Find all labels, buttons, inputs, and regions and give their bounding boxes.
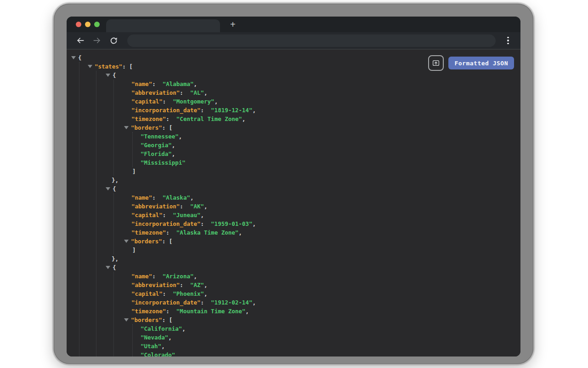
json-string: "Mountain Time Zone" [176,308,246,315]
browser-menu-button[interactable] [504,35,512,46]
minimize-window-button[interactable] [85,22,90,27]
json-line: "borders": [ [114,316,520,324]
json-string: "Arizona" [163,273,194,280]
json-punctuation: : [180,203,190,210]
browser-toolbar [67,32,520,49]
json-key: "borders" [131,316,162,323]
json-line: "Colorado" [133,351,520,356]
json-string: "1819-12-14" [211,107,252,114]
device-frame: + [54,4,533,364]
json-punctuation: , [238,229,242,236]
json-punctuation: , [168,334,172,341]
zoom-window-button[interactable] [94,22,100,27]
json-key: "timezone" [131,308,166,315]
json-string: "AL" [190,89,204,96]
back-arrow-icon [76,36,85,45]
json-key: "abbreviation" [131,89,180,96]
json-punctuation: , [190,194,194,201]
json-line: "California", [133,324,520,333]
json-line: "Tennessee", [133,132,520,141]
open-in-app-button[interactable] [428,55,444,71]
json-punctuation: , [193,80,197,87]
json-punctuation: , [215,98,218,105]
json-punctuation: { [113,264,116,271]
json-key: "incorporation_date" [131,107,201,114]
json-block: "California","Nevada","Utah","Colorado" [132,324,520,356]
back-button[interactable] [75,35,86,46]
json-line: "timezone": "Alaska Time Zone", [114,228,520,237]
json-string: "Central Time Zone" [176,115,242,122]
json-string: "AK" [190,203,204,210]
json-string: "Georgia" [141,142,172,149]
json-punctuation: }, [112,177,119,184]
json-key: "name" [131,80,152,87]
disclosure-triangle-icon[interactable] [71,56,76,59]
json-punctuation: : [166,308,176,315]
disclosure-triangle-icon[interactable] [124,126,129,129]
formatted-json-toggle-button[interactable]: Formatted JSON [448,57,514,69]
json-key: "timezone" [131,115,166,122]
browser-tab[interactable] [106,19,220,32]
json-punctuation: : [ [162,124,173,131]
json-string: "Florida" [141,150,172,157]
json-line: ] [114,246,520,254]
json-tree: {"states": [{"name": "Alabama","abbrevia… [67,53,520,356]
json-punctuation: , [204,290,208,297]
new-tab-button[interactable]: + [230,20,236,29]
json-line: "timezone": "Mountain Time Zone", [114,307,520,316]
disclosure-triangle-icon[interactable] [106,74,110,77]
forward-arrow-icon [92,36,102,45]
json-line: "capital": "Phoenix", [114,289,520,298]
json-punctuation: ] [132,247,136,253]
json-punctuation: : [201,299,211,306]
window-controls [76,22,100,27]
json-punctuation: , [193,273,197,280]
json-viewer: Formatted JSON {"states": [{"name": "Ala… [67,50,520,356]
json-key: "abbreviation" [131,203,180,210]
json-punctuation: : [152,80,163,87]
json-key: "capital" [131,212,163,218]
json-punctuation: , [172,150,175,157]
json-block: "states": [{"name": "Alabama","abbreviat… [79,62,520,356]
json-line: { [96,184,520,193]
json-line: "timezone": "Central Time Zone", [114,115,520,123]
disclosure-triangle-icon[interactable] [124,318,129,322]
json-line: "Florida", [133,150,520,158]
json-key: "borders" [131,124,162,131]
json-punctuation: , [161,343,165,350]
disclosure-triangle-icon[interactable] [124,240,129,243]
json-punctuation: : [180,89,190,96]
json-string: "California" [141,325,182,332]
json-punctuation: : [201,220,211,227]
disclosure-triangle-icon[interactable] [106,266,110,269]
json-string: "AZ" [190,282,204,288]
json-punctuation: , [201,212,204,218]
json-punctuation: : [166,115,176,122]
json-block: {"name": "Alabama","abbreviation": "AL",… [96,71,520,356]
json-punctuation: , [242,115,246,122]
close-window-button[interactable] [76,22,81,27]
disclosure-triangle-icon[interactable] [88,65,92,68]
json-punctuation: , [204,282,208,288]
json-key: "capital" [131,290,163,297]
json-string: "Alaska Time Zone" [176,229,238,236]
json-punctuation: : [152,194,163,201]
json-line: "Utah", [133,342,520,351]
address-bar[interactable] [127,34,496,47]
json-punctuation: { [78,54,82,61]
json-punctuation: : [163,212,173,218]
json-string: "Montgomery" [173,98,214,105]
json-punctuation: : [163,98,173,105]
json-punctuation: : [163,290,173,297]
json-line: "name": "Alaska", [114,193,520,202]
json-line: "borders": [ [114,237,520,246]
json-punctuation: : [166,229,176,236]
forward-button[interactable] [91,35,102,46]
json-block: "Tennessee","Georgia","Florida","Mississ… [132,132,520,167]
disclosure-triangle-icon[interactable] [106,187,110,190]
json-string: "1959-01-03" [211,220,252,227]
json-punctuation: { [113,72,116,79]
json-punctuation: : [152,273,163,280]
refresh-button[interactable] [108,35,119,46]
json-line: }, [96,254,520,263]
